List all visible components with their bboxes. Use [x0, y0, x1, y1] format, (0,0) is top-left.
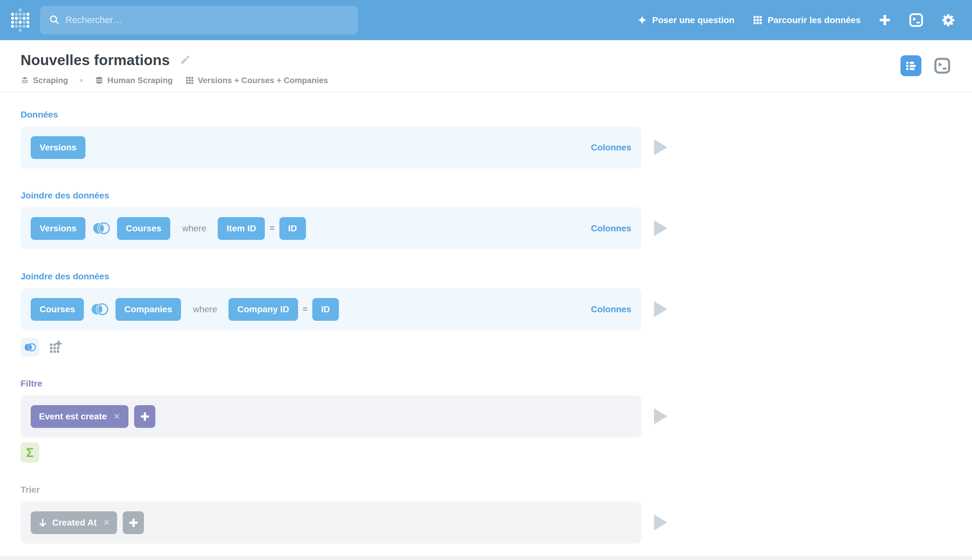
breadcrumb-collection-label: Scraping	[33, 75, 68, 85]
metabase-logo-icon	[11, 8, 30, 32]
sigma-icon: Σ	[26, 446, 33, 459]
join2-right-table-button[interactable]: Companies	[115, 298, 181, 321]
page-title[interactable]: Nouvelles formations	[20, 52, 170, 68]
join1-step-row: Versions Courses where Item ID = ID Colo…	[20, 207, 952, 249]
data-step-label: Données	[20, 110, 952, 120]
breadcrumb: Scraping Human Scraping	[20, 75, 952, 85]
notebook-view-button[interactable]	[900, 55, 921, 76]
join2-type-icon[interactable]	[90, 302, 109, 316]
search-bar[interactable]	[40, 6, 358, 35]
top-navbar: Poser une question Parcourir les données	[0, 0, 972, 40]
sql-view-icon	[934, 58, 950, 74]
breadcrumb-database-label: Human Scraping	[107, 75, 173, 85]
remove-sort-icon[interactable]: ✕	[103, 518, 110, 528]
play-icon	[653, 220, 668, 237]
new-item-button[interactable]	[879, 14, 891, 26]
breadcrumb-tables[interactable]: Versions + Courses + Companies	[186, 75, 328, 85]
plus-icon	[879, 14, 891, 26]
join1-right-field-button[interactable]: ID	[279, 217, 306, 240]
play-icon	[653, 408, 668, 425]
join2-step-panel: Courses Companies where Company ID = ID …	[20, 288, 641, 330]
data-step-row: Versions Colonnes	[20, 127, 952, 168]
data-preview-button[interactable]	[653, 139, 668, 156]
ask-question-label: Poser une question	[652, 15, 734, 25]
sort-step-label: Trier	[20, 485, 952, 495]
join2-preview-button[interactable]	[653, 300, 668, 318]
join2-step-label: Joindre des données	[20, 272, 952, 282]
join2-step-row: Courses Companies where Company ID = ID …	[20, 288, 952, 330]
sql-console-button[interactable]	[909, 13, 923, 27]
data-table-button[interactable]: Versions	[31, 136, 85, 159]
data-step-panel: Versions Colonnes	[20, 127, 641, 168]
sort-step-row: Created At ✕	[20, 502, 952, 543]
page-header: Nouvelles formations Scraping	[0, 40, 972, 92]
breadcrumb-database[interactable]: Human Scraping	[95, 75, 173, 85]
sql-view-button[interactable]	[934, 58, 950, 74]
sort-step-panel: Created At ✕	[20, 502, 641, 543]
search-icon	[49, 15, 60, 25]
ask-question-button[interactable]: Poser une question	[637, 15, 734, 25]
join-icon	[24, 343, 37, 352]
join1-step-label: Joindre des données	[20, 190, 952, 201]
collection-icon	[20, 76, 29, 85]
add-custom-column-button[interactable]	[49, 340, 62, 354]
join2-where-label: where	[193, 304, 217, 315]
browse-data-label: Parcourir les données	[768, 15, 861, 25]
join1-left-table-button[interactable]: Versions	[31, 217, 85, 240]
play-icon	[653, 139, 668, 156]
filter-step-row: Event est create ✕	[20, 395, 952, 437]
settings-button[interactable]	[942, 13, 955, 27]
play-icon	[653, 300, 668, 318]
notebook-icon	[905, 59, 917, 72]
data-columns-link[interactable]: Colonnes	[591, 143, 631, 153]
add-sort-button[interactable]	[123, 511, 144, 534]
filter-clause-pill[interactable]: Event est create ✕	[31, 405, 129, 428]
filter-clause-label: Event est create	[39, 412, 107, 422]
join1-right-table-button[interactable]: Courses	[117, 217, 170, 240]
edit-title-button[interactable]	[179, 55, 190, 65]
sql-console-icon	[909, 13, 923, 27]
play-icon	[653, 514, 668, 531]
join1-preview-button[interactable]	[653, 220, 668, 237]
notebook-editor: Données Versions Colonnes Joindre des do…	[0, 92, 972, 543]
plus-icon	[129, 518, 138, 527]
sort-preview-button[interactable]	[653, 514, 668, 531]
breadcrumb-separator	[80, 79, 83, 82]
add-filter-button[interactable]	[134, 405, 156, 428]
app-window: Poser une question Parcourir les données	[0, 0, 972, 560]
join2-operator[interactable]: =	[303, 304, 308, 314]
summarize-button[interactable]: Σ	[20, 442, 39, 463]
join1-left-field-button[interactable]: Item ID	[217, 217, 265, 240]
navbar-actions: Poser une question Parcourir les données	[637, 13, 955, 27]
view-toggle-group	[900, 55, 950, 76]
filter-preview-button[interactable]	[653, 408, 668, 425]
sort-direction-icon[interactable]	[38, 518, 48, 528]
pencil-icon	[179, 55, 190, 65]
join2-columns-link[interactable]: Colonnes	[591, 304, 631, 315]
gear-icon	[942, 13, 955, 27]
join1-step-panel: Versions Courses where Item ID = ID Colo…	[20, 207, 641, 249]
breadcrumb-collection[interactable]: Scraping	[20, 75, 68, 85]
browse-data-button[interactable]: Parcourir les données	[753, 15, 861, 25]
custom-column-icon	[49, 340, 62, 354]
sort-clause-pill[interactable]: Created At ✕	[31, 511, 117, 534]
sort-clause-label: Created At	[52, 518, 97, 528]
database-icon	[95, 76, 104, 85]
table-icon	[186, 76, 194, 85]
join1-columns-link[interactable]: Colonnes	[591, 223, 631, 233]
join2-left-field-button[interactable]: Company ID	[228, 298, 298, 321]
join1-operator[interactable]: =	[269, 223, 274, 233]
search-input[interactable]	[65, 15, 349, 25]
remove-filter-icon[interactable]: ✕	[113, 412, 120, 422]
filter-step-panel: Event est create ✕	[20, 395, 641, 437]
join2-right-field-button[interactable]: ID	[312, 298, 339, 321]
add-join-button[interactable]	[20, 338, 39, 357]
filter-step-label: Filtre	[20, 378, 952, 389]
join1-type-icon[interactable]	[92, 221, 111, 235]
results-section-edge	[0, 556, 972, 560]
join2-left-table-button[interactable]: Courses	[31, 298, 84, 321]
metabase-logo[interactable]	[8, 5, 32, 35]
plus-icon	[140, 412, 150, 421]
step-action-buttons	[20, 338, 952, 357]
sparkle-icon	[637, 15, 647, 25]
